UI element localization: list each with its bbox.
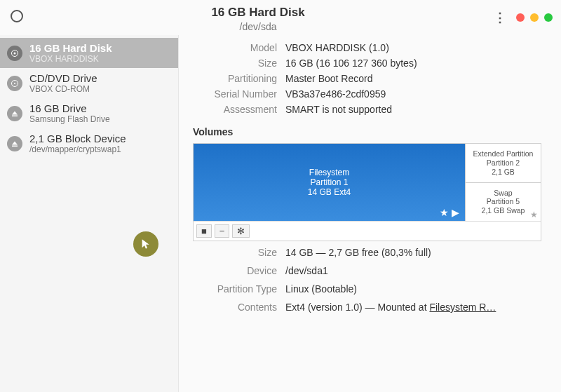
partition-properties: Size 14 GB — 2,7 GB free (80,3% full) De…	[193, 247, 541, 313]
minimize-button[interactable]	[530, 13, 539, 22]
close-button[interactable]	[516, 13, 525, 22]
value-assessment: SMART is not supported	[285, 104, 541, 115]
gear-button[interactable]: ✻	[232, 224, 250, 238]
value-contents: Ext4 (version 1.0) — Mounted at Filesyst…	[285, 302, 541, 313]
value-partitioning: Master Boot Record	[285, 73, 541, 84]
sidebar-item-sub: VBOX HARDDISK	[29, 54, 112, 64]
value-size: 16 GB (16 106 127 360 bytes)	[285, 58, 541, 69]
label-part-size: Size	[193, 247, 277, 258]
star-icon[interactable]: ★	[530, 210, 538, 219]
value-device: /dev/sda1	[285, 265, 541, 276]
disk-properties: Model VBOX HARDDISK (1.0) Size 16 GB (16…	[193, 42, 541, 115]
value-serial: VB3a37e486-2cdf0959	[285, 88, 541, 100]
svg-rect-5	[12, 115, 18, 116]
label-part-type: Partition Type	[193, 283, 277, 295]
page-title: 16 GB Hard Disk	[25, 6, 491, 20]
label-contents: Contents	[193, 302, 277, 313]
label-size: Size	[193, 58, 277, 69]
contents-link[interactable]: Filesystem R…	[429, 302, 496, 313]
svg-point-3	[14, 83, 15, 84]
sidebar-item-block-device[interactable]: 2,1 GB Block Device /dev/mapper/cryptswa…	[0, 128, 178, 158]
value-part-size: 14 GB — 2,7 GB free (80,3% full)	[285, 247, 541, 258]
sidebar-item-sub: VBOX CD-ROM	[29, 84, 97, 94]
volume-extended[interactable]: Extended Partition Partition 2 2,1 GB	[465, 144, 541, 182]
eject-icon	[7, 136, 22, 151]
play-icon[interactable]: ▶	[452, 207, 459, 218]
sidebar-item-label: CD/DVD Drive	[29, 72, 97, 84]
value-part-type: Linux (Bootable)	[285, 283, 541, 295]
svg-rect-7	[12, 145, 18, 147]
label-assessment: Assessment	[193, 104, 277, 115]
label-device: Device	[193, 265, 277, 276]
svg-point-1	[14, 52, 16, 54]
vol-line: 2,1 GB Swap	[482, 206, 525, 215]
volume-swap[interactable]: Swap Partition 5 2,1 GB Swap ★	[465, 182, 541, 222]
remove-button[interactable]: −	[215, 224, 230, 238]
vol-line: 14 GB Ext4	[308, 187, 351, 197]
vol-line: Partition 5	[482, 197, 525, 206]
vol-line: 2,1 GB	[473, 168, 534, 177]
label-partitioning: Partitioning	[193, 73, 277, 84]
star-icon[interactable]: ★	[440, 207, 449, 218]
vol-line: Partition 1	[308, 177, 351, 187]
section-volumes: Volumes	[193, 126, 541, 137]
volumes-graph: Filesystem Partition 1 14 GB Ext4 ★ ▶ E	[193, 143, 541, 241]
sidebar-item-sub: Samsung Flash Drive	[29, 114, 110, 124]
svg-marker-6	[12, 141, 18, 144]
sidebar-item-usb-drive[interactable]: 16 GB Drive Samsung Flash Drive	[0, 98, 178, 128]
sidebar-item-label: 16 GB Drive	[29, 102, 110, 114]
app-icon	[11, 10, 23, 22]
window-controls	[516, 13, 553, 22]
sidebar-item-cddvd[interactable]: CD/DVD Drive VBOX CD-ROM	[0, 68, 178, 98]
vol-line: Partition 2	[473, 158, 534, 168]
eject-icon	[7, 106, 22, 121]
contents-text: Ext4 (version 1.0) — Mounted at	[285, 302, 429, 313]
header-bar: 16 GB Hard Disk /dev/sda ⋮	[0, 0, 561, 35]
disc-icon	[7, 76, 22, 91]
sidebar: 16 GB Hard Disk VBOX HARDDISK CD/DVD Dri…	[0, 35, 179, 392]
maximize-button[interactable]	[544, 13, 553, 22]
label-serial: Serial Number	[193, 88, 277, 100]
sidebar-item-sub: /dev/mapper/cryptswap1	[29, 144, 126, 154]
svg-marker-4	[12, 111, 18, 114]
sidebar-item-hard-disk[interactable]: 16 GB Hard Disk VBOX HARDDISK	[0, 38, 178, 68]
volumes-toolbar: ■ − ✻	[194, 221, 541, 241]
sidebar-item-label: 16 GB Hard Disk	[29, 42, 112, 54]
vol-line: Swap	[482, 189, 525, 198]
vol-line: Extended Partition	[473, 149, 534, 158]
main-panel: Model VBOX HARDDISK (1.0) Size 16 GB (16…	[179, 35, 561, 392]
stop-button[interactable]: ■	[196, 224, 212, 238]
page-subtitle: /dev/sda	[25, 21, 491, 32]
menu-kebab-icon[interactable]: ⋮	[491, 8, 509, 27]
sidebar-item-label: 2,1 GB Block Device	[29, 133, 126, 144]
vol-line: Filesystem	[308, 168, 351, 177]
label-model: Model	[193, 42, 277, 53]
disk-icon	[7, 46, 22, 61]
value-model: VBOX HARDDISK (1.0)	[285, 42, 541, 53]
volume-filesystem[interactable]: Filesystem Partition 1 14 GB Ext4 ★ ▶	[194, 144, 465, 221]
